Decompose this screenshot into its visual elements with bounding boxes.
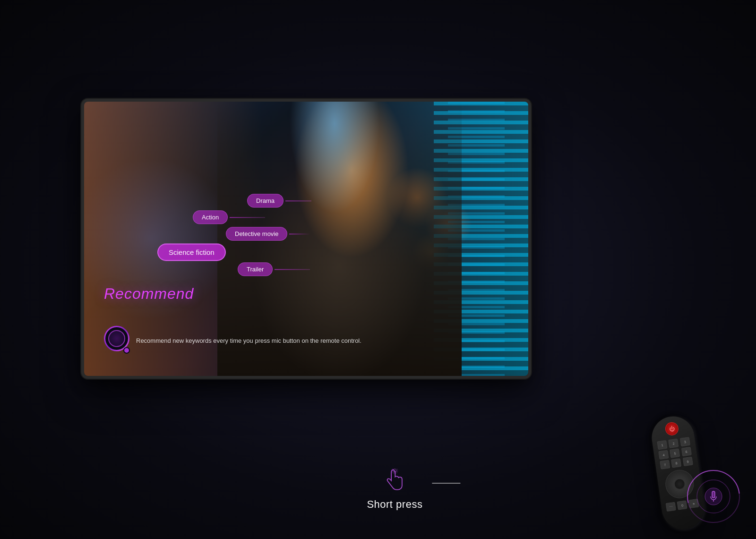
short-press-section: Short press	[367, 466, 422, 511]
tv-frame: Drama Action Detective movie Science fic…	[84, 102, 528, 376]
remote-btn-9[interactable]: 9	[682, 457, 693, 467]
voice-assistant-button[interactable]	[104, 326, 129, 351]
remote-btn-5[interactable]: 5	[670, 448, 680, 458]
remote-btn-1[interactable]: 1	[657, 440, 667, 450]
below-tv-area: Short press 1 2 3 4 5 6 7 8 9 ⋯ 0 ≡	[0, 392, 756, 539]
remote-btn-star[interactable]: ⋯	[666, 502, 676, 512]
remote-btn-8[interactable]: 8	[671, 458, 681, 468]
remote-number-grid: 1 2 3 4 5 6 7 8 9	[657, 437, 694, 469]
short-press-line	[432, 483, 460, 484]
person-figure	[217, 102, 462, 376]
remote-btn-7[interactable]: 7	[660, 460, 670, 469]
remote-btn-2[interactable]: 2	[668, 438, 679, 448]
remote-btn-3[interactable]: 3	[680, 437, 690, 447]
circular-indicator	[685, 468, 742, 525]
remote-btn-6[interactable]: 6	[681, 447, 691, 457]
info-text: Recommend new keywords every time you pr…	[136, 337, 509, 345]
remote-power-button[interactable]	[664, 421, 679, 436]
short-press-label: Short press	[367, 498, 422, 511]
remote-btn-4[interactable]: 4	[658, 450, 669, 460]
remote-nav-center[interactable]	[674, 478, 686, 490]
hand-press-icon	[380, 466, 409, 495]
tv-screen: Drama Action Detective movie Science fic…	[84, 102, 528, 376]
recommend-label: Recommend	[104, 285, 194, 303]
voice-circle-inner	[108, 330, 125, 347]
